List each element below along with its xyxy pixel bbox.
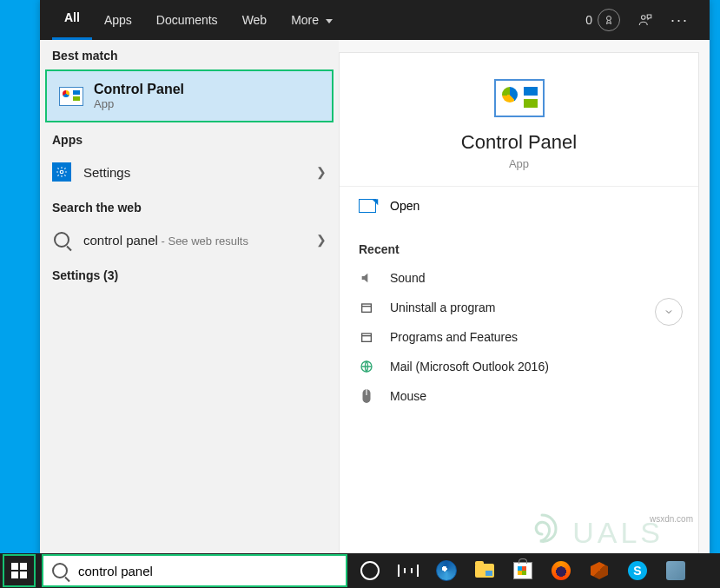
detail-panel: Control Panel App Open Recent Sound [339,52,699,561]
tab-all[interactable]: All [52,0,92,40]
search-icon [52,563,68,578]
recent-item-label: Mouse [390,389,426,403]
cortana-button[interactable] [351,553,389,588]
firefox-icon [552,561,571,580]
svg-rect-4 [362,334,372,341]
ellipsis-icon: ··· [670,11,689,30]
taskbar-app-skype[interactable]: S [618,553,657,588]
detail-subtitle: App [340,157,698,170]
taskbar-app-explorer[interactable] [466,553,504,588]
watermark-swirl [525,512,559,546]
section-best-match: Best match [40,40,339,68]
result-web-label: control panel - See web results [83,233,304,248]
open-action[interactable]: Open [340,187,698,225]
result-settings[interactable]: Settings ❯ [40,152,339,192]
box-icon [359,300,374,315]
feedback-button[interactable] [629,12,662,28]
app-icon [666,561,685,580]
taskbar-app-3d[interactable] [580,553,618,588]
taskview-button[interactable] [389,553,427,588]
options-button[interactable]: ··· [662,11,697,30]
taskbar-app-generic[interactable] [657,553,695,588]
chevron-down-icon [664,307,674,317]
svg-rect-3 [362,304,372,312]
cube-icon [591,562,608,579]
recent-item-label: Sound [390,271,425,285]
taskview-icon [398,565,419,577]
recent-item-mail[interactable]: Mail (Microsoft Outlook 2016) [340,352,698,381]
section-search-web: Search the web [40,192,339,220]
edge-icon [436,560,457,581]
recent-item-mouse[interactable]: Mouse [340,381,698,411]
result-settings-label: Settings [83,165,304,180]
result-web-search[interactable]: control panel - See web results ❯ [40,220,339,260]
skype-icon: S [628,561,647,580]
gear-icon [52,162,71,182]
taskbar-app-edge[interactable] [427,553,466,588]
mouse-icon [359,388,374,404]
results-column: Best match Control Panel App Apps Settin… [40,40,339,573]
chevron-right-icon: ❯ [316,233,327,247]
person-feedback-icon [637,12,653,28]
box-icon [359,329,374,345]
tab-more-label: More [291,13,319,27]
rewards-points: 0 [585,13,592,27]
globe-mail-icon [359,359,374,374]
start-button[interactable] [3,554,36,587]
rewards-badge-icon [598,9,620,31]
taskbar-app-store[interactable] [504,553,542,588]
control-panel-icon [494,79,545,117]
tab-more[interactable]: More [279,0,345,40]
expand-button[interactable] [655,298,683,326]
section-apps: Apps [40,124,339,152]
search-icon [52,230,71,249]
section-settings-count[interactable]: Settings (3) [40,260,339,287]
svg-point-0 [606,17,611,21]
chevron-right-icon: ❯ [316,165,327,179]
desktop-left-strip [0,0,40,573]
rewards-button[interactable]: 0 [577,9,629,31]
tab-web[interactable]: Web [230,0,280,40]
recent-header: Recent [340,225,698,263]
tab-documents[interactable]: Documents [144,0,230,40]
speaker-icon [359,270,374,286]
svg-point-1 [641,16,645,20]
folder-icon [475,564,494,578]
recent-item-programs[interactable]: Programs and Features [340,322,698,352]
taskbar-search-box[interactable] [42,554,347,587]
chevron-down-icon [326,19,333,23]
tab-apps[interactable]: Apps [92,0,144,40]
svg-point-2 [60,170,63,174]
windows-logo-icon [11,563,27,578]
recent-item-uninstall[interactable]: Uninstall a program [340,293,698,322]
best-match-title: Control Panel [94,82,184,97]
best-match-result[interactable]: Control Panel App [45,69,334,122]
detail-title: Control Panel [340,131,698,154]
control-panel-icon [59,87,83,106]
store-icon [513,562,532,579]
open-label: Open [390,199,419,213]
recent-item-label: Programs and Features [390,330,518,344]
open-icon [359,199,376,213]
watermark: wsxdn.com [650,514,693,524]
taskbar-app-firefox[interactable] [542,553,580,588]
taskbar: S [0,553,720,588]
best-match-subtitle: App [94,97,184,110]
recent-item-sound[interactable]: Sound [340,263,698,293]
cortana-icon [360,561,380,580]
search-tabbar: All Apps Documents Web More 0 ··· [40,0,710,40]
search-pane: All Apps Documents Web More 0 ··· Best m… [40,0,710,573]
recent-item-label: Mail (Microsoft Outlook 2016) [390,360,549,373]
taskbar-search-input[interactable] [76,563,337,579]
recent-item-label: Uninstall a program [390,301,495,314]
